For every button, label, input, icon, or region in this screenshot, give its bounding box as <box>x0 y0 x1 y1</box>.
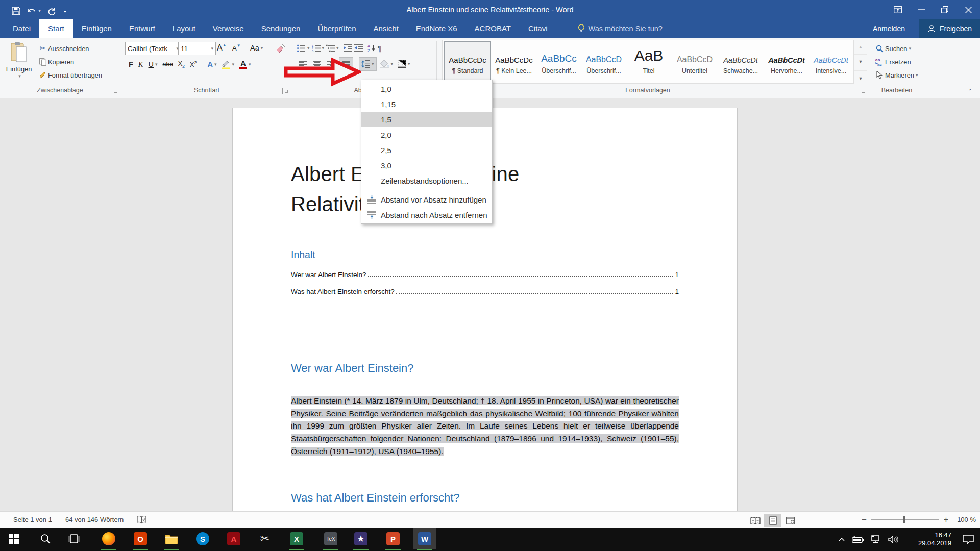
style-schwache-hervorhebung[interactable]: AaBbCcDt Schwache... <box>718 42 763 80</box>
underline-button[interactable]: U▾ <box>149 60 158 68</box>
borders-button[interactable]: ▾ <box>396 58 412 70</box>
tell-me-box[interactable]: Was möchten Sie tun? <box>578 24 663 33</box>
tab-entwurf[interactable]: Entwurf <box>120 19 164 38</box>
menu-item-line-spacing-options[interactable]: Zeilenabstandsoptionen... <box>361 173 492 188</box>
menu-item-spacing-1-0[interactable]: 1,0 <box>361 81 492 96</box>
copy-button[interactable]: Kopieren <box>38 56 74 67</box>
tab-einfuegen[interactable]: Einfügen <box>73 19 120 38</box>
font-dialog-launcher[interactable] <box>282 88 289 94</box>
shrink-font-button[interactable]: A▼ <box>232 42 241 54</box>
toc-entry[interactable]: Was hat Albert Einstein erforscht? 1 <box>291 285 679 295</box>
word-count[interactable]: 64 von 146 Wörtern <box>65 512 124 528</box>
adobe-reader-icon[interactable]: A <box>222 528 246 549</box>
clock[interactable]: 16:47 29.04.2019 <box>908 531 951 547</box>
tab-ansicht[interactable]: Ansicht <box>365 19 407 38</box>
page-indicator[interactable]: Seite 1 von 1 <box>13 512 52 528</box>
star-app-icon[interactable]: ★ <box>349 528 373 549</box>
network-icon[interactable] <box>867 535 884 544</box>
menu-item-add-space-before[interactable]: Abstand vor Absatz hinzufügen <box>361 192 492 207</box>
tab-datei[interactable]: Datei <box>4 19 39 38</box>
menu-item-spacing-2-0[interactable]: 2,0 <box>361 127 492 142</box>
excel-icon[interactable]: X <box>285 528 308 549</box>
font-size-combobox[interactable]: 11▾ <box>178 42 216 55</box>
tray-chevron-icon[interactable] <box>834 537 849 541</box>
zoom-out-button[interactable]: − <box>862 512 867 528</box>
speaker-icon[interactable] <box>884 536 902 543</box>
grow-font-button[interactable]: A▲ <box>217 42 227 54</box>
ribbon-display-options-icon[interactable] <box>886 0 910 19</box>
tab-sendungen[interactable]: Sendungen <box>253 19 309 38</box>
style-hervorhebung[interactable]: AaBbCcDt Hervorhe... <box>764 42 809 80</box>
menu-item-remove-space-after[interactable]: Abstand nach Absatz entfernen <box>361 207 492 222</box>
paste-button[interactable]: Einfügen ▾ <box>4 41 34 88</box>
clear-formatting-button[interactable] <box>275 43 287 53</box>
select-button[interactable]: Markieren▾ <box>874 69 918 81</box>
menu-item-spacing-3-0[interactable]: 3,0 <box>361 158 492 173</box>
menu-item-spacing-2-5[interactable]: 2,5 <box>361 142 492 158</box>
styles-scroll-up-icon[interactable]: ▲ <box>854 40 867 54</box>
tab-acrobat[interactable]: ACROBAT <box>466 19 520 38</box>
style-standard[interactable]: AaBbCcDc ¶ Standard <box>444 41 491 82</box>
bold-button[interactable]: F <box>129 60 133 68</box>
menu-item-spacing-1-15[interactable]: 1,15 <box>361 96 492 112</box>
file-explorer-icon[interactable] <box>160 528 183 549</box>
collapse-ribbon-icon[interactable]: ⌃ <box>965 87 976 95</box>
style-ueberschrift1[interactable]: AaBbCc Überschrif... <box>536 42 581 80</box>
italic-button[interactable]: K <box>138 60 143 69</box>
zoom-in-button[interactable]: + <box>944 512 948 528</box>
tab-start[interactable]: Start <box>39 19 73 38</box>
search-icon[interactable] <box>34 528 57 549</box>
restore-icon[interactable] <box>933 0 957 19</box>
superscript-button[interactable]: X2 <box>190 60 197 68</box>
numbered-list-button[interactable]: 123 ▾ <box>312 44 325 52</box>
texworks-icon[interactable]: TeX <box>319 528 342 549</box>
styles-scroll-down-icon[interactable]: ▼ <box>854 54 867 69</box>
sort-button[interactable]: AZ <box>368 44 376 52</box>
menu-item-spacing-1-5[interactable]: 1,5 <box>361 112 492 127</box>
subscript-button[interactable]: X2 <box>178 60 185 69</box>
text-effects-button[interactable]: A▾ <box>207 60 216 68</box>
show-paragraph-marks-button[interactable]: ¶ <box>378 44 382 53</box>
highlight-button[interactable]: ▾ <box>222 60 234 69</box>
style-titel[interactable]: AaB Titel <box>626 42 671 80</box>
style-untertitel[interactable]: AaBbCcD Untertitel <box>672 42 717 80</box>
close-icon[interactable] <box>957 0 980 19</box>
styles-dialog-launcher[interactable] <box>860 88 866 94</box>
strikethrough-button[interactable]: abc <box>163 61 173 68</box>
outlook-icon[interactable]: O <box>129 528 152 549</box>
share-button[interactable]: Freigeben <box>919 19 980 38</box>
toc-entry[interactable]: Wer war Albert Einstein? 1 <box>291 268 679 279</box>
change-case-button[interactable]: Aa▾ <box>250 42 263 54</box>
proofing-book-icon[interactable] <box>137 512 146 528</box>
line-spacing-button[interactable]: ▾ <box>359 57 377 71</box>
tab-endnote[interactable]: EndNote X6 <box>407 19 466 38</box>
format-painter-button[interactable]: Format übertragen <box>38 69 102 81</box>
start-button[interactable] <box>2 528 26 549</box>
font-name-combobox[interactable]: Calibri (Textk▾ <box>125 42 181 55</box>
snipping-tool-icon[interactable]: ✂ <box>253 528 277 549</box>
bullet-list-button[interactable]: ▾ <box>297 44 310 52</box>
tab-layout[interactable]: Layout <box>164 19 204 38</box>
word-icon[interactable]: W <box>413 528 436 549</box>
action-center-icon[interactable] <box>957 535 980 544</box>
skype-icon[interactable]: S <box>191 528 214 549</box>
tab-ueberpruefen[interactable]: Überprüfen <box>309 19 364 38</box>
style-kein-leerraum[interactable]: AaBbCcDc ¶ Kein Lee... <box>492 42 536 80</box>
styles-gallery-more-icon[interactable]: ▼ <box>854 70 867 84</box>
firefox-icon[interactable] <box>97 528 120 549</box>
task-view-icon[interactable] <box>62 528 86 549</box>
shading-button[interactable]: ▾ <box>378 58 396 70</box>
cut-button[interactable]: ✂ Ausschneiden <box>38 43 89 54</box>
battery-icon[interactable] <box>849 536 867 543</box>
tab-verweise[interactable]: Verweise <box>204 19 253 38</box>
zoom-slider-thumb[interactable] <box>903 516 905 523</box>
replace-button[interactable]: abac Ersetzen <box>874 56 911 67</box>
font-color-button[interactable]: A ▾ <box>239 60 251 69</box>
style-intensive-hervorhebung[interactable]: AaBbCcDt Intensive... <box>810 42 852 80</box>
web-layout-icon[interactable] <box>781 514 799 527</box>
tab-citavi[interactable]: Citavi <box>520 19 556 38</box>
zoom-slider[interactable] <box>871 512 939 528</box>
style-ueberschrift2[interactable]: AaBbCcD Überschrif... <box>581 42 626 80</box>
zoom-level[interactable]: 100 % <box>957 512 976 528</box>
minimize-icon[interactable] <box>910 0 933 19</box>
